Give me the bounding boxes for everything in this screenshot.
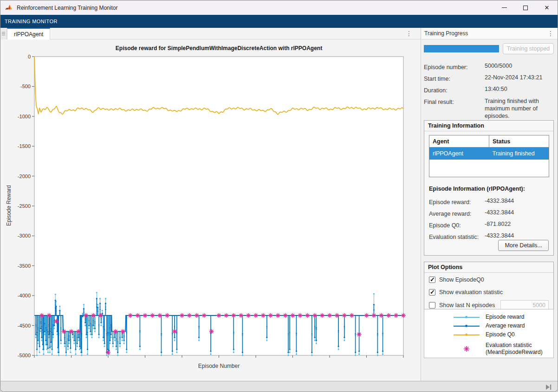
legend-item: Episode Q0 — [424, 330, 553, 339]
agent-table-row[interactable]: rlPPOAgentTraining finished — [429, 148, 549, 160]
panel-options-kebab-icon[interactable]: ⋮ — [547, 30, 554, 37]
episode-number-row: Episode number: 5000/5000 — [424, 63, 555, 71]
minimize-icon — [502, 7, 507, 8]
chart-x-axis-label: Episode Number — [34, 363, 403, 369]
title-bar: Reinforcement Learning Training Monitor … — [0, 0, 558, 15]
chart-title: Episode reward for SimplePendlumWithImag… — [34, 45, 403, 51]
legend-item-label: Episode Q0 — [486, 331, 515, 338]
legend-item: Episode reward — [424, 313, 553, 321]
duration-value: 13:40:50 — [485, 86, 555, 92]
evaluation-statistic-label: Evaluation statistic: — [429, 234, 479, 240]
episode-reward-label: Episode reward: — [429, 199, 471, 206]
training-progress-bar — [424, 45, 499, 52]
panel-title: Training Progress — [422, 30, 468, 37]
svg-text:-4500: -4500 — [18, 323, 31, 328]
show-episodeq0-option[interactable]: Show EpisodeQ0 — [429, 276, 484, 283]
chart-y-axis-label: Episode Reward — [6, 180, 12, 231]
document-options-kebab-icon[interactable]: ⋮ — [406, 30, 412, 37]
evaluation-statistic-value: -4332.3844 — [485, 232, 514, 239]
close-icon: ✕ — [545, 5, 550, 11]
app-window: Reinforcement Learning Training Monitor … — [0, 0, 558, 392]
reward-chart-svg: 0500100015002000250030003500400045005000… — [0, 39, 421, 360]
plot-options-title: Plot Options — [424, 262, 553, 273]
document-area: rlPPOAgent ⋮ Episode reward for SimplePe… — [0, 28, 421, 382]
final-result-row: Final result: Training finished with max… — [424, 97, 555, 106]
show-last-n-episodes-checkbox[interactable] — [429, 302, 435, 308]
episode-q0-label: Episode Q0: — [429, 222, 461, 229]
svg-text:-5000: -5000 — [18, 353, 31, 358]
expand-panel-icon[interactable] — [545, 384, 552, 392]
duration-label: Duration: — [424, 87, 448, 94]
show-episodeq0-label: Show EpisodeQ0 — [439, 276, 484, 283]
show-last-n-episodes-option[interactable]: Show last N episodes — [429, 302, 495, 308]
final-result-value: Training finished with maximum number of… — [485, 97, 555, 120]
show-last-n-episodes-label: Show last N episodes — [439, 302, 495, 308]
legend-asterisk-icon — [453, 345, 480, 353]
average-reward-value: -4332.3844 — [485, 209, 514, 216]
toolstrip: TRAINING MONITOR — [0, 15, 558, 28]
agent-cell: rlPPOAgent — [429, 148, 489, 160]
start-time-row: Start time: 22-Nov-2024 17:43:21 — [424, 74, 555, 83]
tab-grip-icon[interactable] — [0, 28, 7, 39]
svg-text:-1500: -1500 — [18, 143, 31, 149]
progress-fill — [424, 45, 499, 52]
svg-text:-500: -500 — [20, 84, 31, 89]
episode-number-label: Episode number: — [424, 64, 468, 71]
legend-item: Evaluation statistic (MeanEpisodeReward) — [424, 339, 553, 359]
close-button[interactable]: ✕ — [536, 0, 558, 15]
minimize-button[interactable] — [493, 0, 515, 15]
chart-legend: Episode rewardAverage rewardEpisode Q0Ev… — [424, 309, 554, 358]
svg-text:-2500: -2500 — [18, 203, 31, 209]
more-details-button[interactable]: More Details... — [498, 240, 549, 251]
agent-column-header: Agent — [429, 135, 489, 148]
final-result-label: Final result: — [424, 99, 454, 105]
training-information-group: Training Information Agent Status rlPPOA… — [424, 120, 554, 256]
legend-item-label: Evaluation statistic (MeanEpisodeReward) — [486, 342, 543, 356]
legend-item-label: Average reward — [486, 322, 525, 329]
svg-text:-1000: -1000 — [18, 114, 31, 119]
toolstrip-tab-training-monitor[interactable]: TRAINING MONITOR — [0, 19, 58, 24]
status-bar — [0, 381, 558, 392]
maximize-icon — [523, 6, 528, 10]
average-reward-label: Average reward: — [429, 211, 472, 217]
matlab-logo-icon — [5, 4, 13, 11]
show-evaluation-statistic-label: Show evaluation statistic — [439, 289, 503, 296]
legend-item: Average reward — [424, 321, 553, 330]
svg-text:-4000: -4000 — [18, 293, 31, 298]
svg-text:-3000: -3000 — [18, 233, 31, 238]
legend-line-icon — [453, 317, 480, 318]
agent-status-table: Agent Status rlPPOAgentTraining finished — [429, 135, 549, 177]
plot-options-group: Plot Options Show EpisodeQ0 Show evaluat… — [424, 262, 554, 316]
start-time-label: Start time: — [424, 76, 450, 82]
tab-rlppoagent[interactable]: rlPPOAgent — [7, 28, 50, 39]
episode-reward-value: -4332.3844 — [485, 198, 514, 204]
average-reward-row: Average reward: -4332.3844 — [429, 209, 550, 218]
status-cell: Training finished — [489, 148, 549, 160]
window-title: Reinforcement Learning Training Monitor — [17, 5, 117, 11]
legend-line-icon — [453, 326, 480, 327]
start-time-value: 22-Nov-2024 17:43:21 — [485, 74, 555, 81]
legend-item-label: Episode reward — [486, 314, 524, 321]
training-progress-panel: Training Progress ⋮ Training stopped Epi… — [422, 28, 558, 382]
episode-q0-row: Episode Q0: -871.8022 — [429, 221, 550, 229]
legend-line-icon — [453, 334, 480, 335]
show-episodeq0-checkbox[interactable] — [429, 276, 435, 283]
document-tab-strip: rlPPOAgent ⋮ — [0, 28, 421, 39]
show-evaluation-statistic-checkbox[interactable] — [429, 289, 435, 296]
panel-header: Training Progress ⋮ — [422, 28, 558, 39]
episode-number-value: 5000/5000 — [485, 63, 555, 69]
status-column-header: Status — [489, 135, 549, 148]
training-figure: Episode reward for SimplePendlumWithImag… — [0, 39, 421, 382]
tab-label: rlPPOAgent — [14, 31, 43, 38]
training-stopped-button[interactable]: Training stopped — [503, 43, 554, 54]
duration-row: Duration: 13:40:50 — [424, 86, 555, 94]
svg-text:-3500: -3500 — [18, 263, 31, 269]
episode-information-title: Episode Information (rlPPOAgent): — [429, 186, 525, 192]
maximize-button[interactable] — [515, 0, 536, 15]
episode-reward-row: Episode reward: -4332.3844 — [429, 198, 550, 206]
episode-q0-value: -871.8022 — [485, 221, 511, 227]
training-information-title: Training Information — [424, 121, 553, 131]
svg-text:-2000: -2000 — [18, 174, 31, 179]
svg-text:0: 0 — [28, 54, 31, 59]
show-evaluation-statistic-option[interactable]: Show evaluation statistic — [429, 289, 503, 296]
